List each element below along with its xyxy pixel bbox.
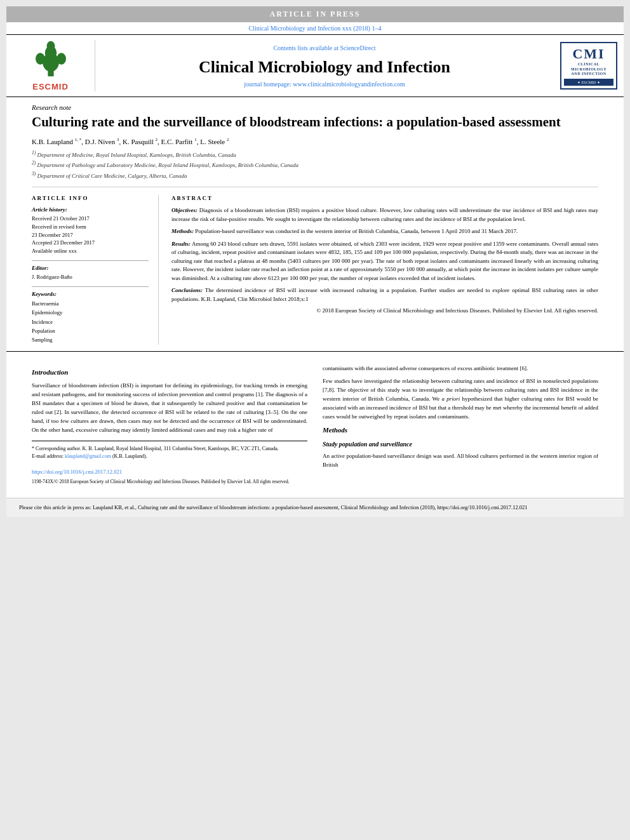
article-body: Introduction Surveillance of bloodstream… <box>6 358 624 492</box>
introduction-heading: Introduction <box>32 367 307 378</box>
email-label: E-mail address: <box>32 453 64 459</box>
article-info-heading: ARTICLE INFO <box>32 195 149 201</box>
article-content: Research note Culturing rate and the sur… <box>6 97 624 345</box>
body-col-left: Introduction Surveillance of bloodstream… <box>32 364 307 486</box>
cmi-subtitle: CLINICAL MICROBIOLOGY AND INFECTION <box>564 62 613 77</box>
keyword-epidemiology: Epidemiology <box>32 308 149 317</box>
abstract-column: ABSTRACT Objectives: Diagnosis of a bloo… <box>171 195 598 345</box>
abstract-results: Results: Among 60 243 blood culture sets… <box>171 240 598 283</box>
keywords-label: Keywords: <box>32 291 149 297</box>
elsevier-logo-area: ESCMID <box>6 40 95 91</box>
objectives-label: Objectives: <box>171 207 198 213</box>
keyword-bacteraemia: Bacteraemia <box>32 299 149 308</box>
svg-point-4 <box>36 53 45 64</box>
homepage-url[interactable]: www.clinicalmicrobiologyandinfection.com <box>293 81 405 88</box>
objectives-text: Diagnosis of a bloodstream infection (BS… <box>171 207 598 222</box>
results-text: Among 60 243 blood culture sets drawn, 5… <box>171 241 598 281</box>
cmi-letters: CMI <box>564 46 613 62</box>
elsevier-tree-icon <box>25 40 76 78</box>
study-pop-heading: Study population and surveillance <box>323 439 598 450</box>
keywords-list: Bacteraemia Epidemiology Incidence Popul… <box>32 299 149 345</box>
conclusions-text: The determined incidence of BSI will inc… <box>171 287 598 302</box>
affiliation-1: 1) Department of Medicine, Royal Inland … <box>32 149 598 159</box>
svg-point-3 <box>46 41 55 51</box>
intro-para-3: Few studies have investigated the relati… <box>323 377 598 422</box>
journal-header: ESCMID Contents lists available at Scien… <box>6 34 624 97</box>
issn-line: 1198-743X/© 2018 European Society of Cli… <box>32 478 307 485</box>
article-info-abstract-section: ARTICLE INFO Article history: Received 2… <box>32 187 598 345</box>
footnote-section: * Corresponding author. K. B. Laupland, … <box>32 441 307 485</box>
corresponding-author-note: * Corresponding author. K. B. Laupland, … <box>32 445 307 453</box>
doi-link[interactable]: https://doi.org/10.1016/j.cmi.2017.12.02… <box>32 468 307 476</box>
keyword-population: Population <box>32 326 149 335</box>
email-link[interactable]: klaupland@gmail.com <box>65 453 111 459</box>
bottom-citation-text: Please cite this article in press as: La… <box>19 504 528 510</box>
methods-text: Population-based surveillance was conduc… <box>195 228 518 234</box>
keyword-incidence: Incidence <box>32 317 149 326</box>
cmi-logo-box: CMI CLINICAL MICROBIOLOGY AND INFECTION … <box>560 42 617 90</box>
elsevier-wordmark: ESCMID <box>25 82 76 91</box>
keyword-sampling: Sampling <box>32 335 149 344</box>
svg-point-5 <box>57 53 66 64</box>
abstract-conclusions: Conclusions: The determined incidence of… <box>171 286 598 303</box>
methods-heading: Methods <box>323 425 598 436</box>
journal-header-center: Contents lists available at ScienceDirec… <box>95 40 554 91</box>
conclusions-label: Conclusions: <box>171 287 203 293</box>
affiliation-3: 3) Department of Critical Care Medicine,… <box>32 170 598 180</box>
homepage-prefix: journal homepage: <box>244 81 293 88</box>
sciencedirect-link-text[interactable]: ScienceDirect <box>340 44 375 51</box>
affiliations: 1) Department of Medicine, Royal Inland … <box>32 149 598 180</box>
abstract-methods: Methods: Population-based surveillance w… <box>171 227 598 236</box>
abstract-objectives: Objectives: Diagnosis of a bloodstream i… <box>171 206 598 223</box>
article-title: Culturing rate and the surveillance of b… <box>32 114 598 131</box>
article-history: Received 21 October 2017 Received in rev… <box>32 215 149 255</box>
journal-citation-text: Clinical Microbiology and Infection xxx … <box>249 25 382 32</box>
abstract-copyright: © 2018 European Society of Clinical Micr… <box>171 307 598 314</box>
editor-label: Editor: <box>32 265 149 271</box>
page: ARTICLE IN PRESS Clinical Microbiology a… <box>6 6 624 517</box>
journal-title: Clinical Microbiology and Infection <box>199 58 450 77</box>
abstract-heading: ABSTRACT <box>171 195 598 201</box>
escmid-bar: ✦ ESCMID ✦ <box>564 79 613 86</box>
cmi-logo-area: CMI CLINICAL MICROBIOLOGY AND INFECTION … <box>554 40 624 91</box>
sciencedirect-prefix: Contents lists available at <box>273 44 340 51</box>
study-pop-text: An active population-based surveillance … <box>323 452 598 470</box>
email-suffix: (K.B. Laupland). <box>112 453 147 459</box>
methods-label: Methods: <box>171 228 194 234</box>
article-type-label: Research note <box>32 97 598 114</box>
intro-para-2: contaminants with the associated adverse… <box>323 364 598 373</box>
body-two-col: Introduction Surveillance of bloodstream… <box>32 364 598 486</box>
banner-text: ARTICLE IN PRESS <box>270 10 361 18</box>
journal-citation: Clinical Microbiology and Infection xxx … <box>6 22 624 34</box>
email-note: E-mail address: klaupland@gmail.com (K.B… <box>32 453 307 460</box>
bottom-citation-bar: Please cite this article in press as: La… <box>6 498 624 517</box>
authors-line: K.B. Laupland 1, *, D.J. Niven 3, K. Pas… <box>32 137 598 145</box>
intro-para-1: Surveillance of bloodstream infection (B… <box>32 382 307 435</box>
journal-homepage-line: journal homepage: www.clinicalmicrobiolo… <box>244 81 405 88</box>
article-info-column: ARTICLE INFO Article history: Received 2… <box>32 195 159 345</box>
article-history-label: Article history: <box>32 206 149 213</box>
sciencedirect-line: Contents lists available at ScienceDirec… <box>273 44 375 51</box>
editor-name: J. Rodriguez-Baño <box>32 273 149 281</box>
body-col-right: contaminants with the associated adverse… <box>323 364 598 486</box>
results-label: Results: <box>171 241 191 247</box>
article-in-press-banner: ARTICLE IN PRESS <box>6 6 624 22</box>
affiliation-2: 2) Department of Pathology and Laborator… <box>32 159 598 170</box>
